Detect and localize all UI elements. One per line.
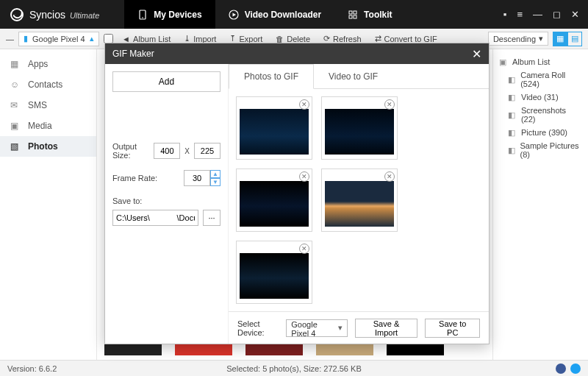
- close-icon[interactable]: ✕: [571, 9, 579, 20]
- label: Screenshots (22): [521, 106, 582, 124]
- brand-text: Syncios: [29, 9, 65, 21]
- height-input[interactable]: [194, 143, 220, 159]
- photo-card[interactable]: ✕: [236, 96, 312, 160]
- gif-maker-dialog: GIF Maker ✕ Add Output Size: X Frame Rat…: [104, 43, 490, 344]
- save-pc-button[interactable]: Save to PC: [425, 319, 480, 338]
- facebook-icon[interactable]: [556, 363, 566, 374]
- device-dropdown[interactable]: Google Pixel 4: [286, 319, 347, 337]
- selected-device: Google Pixel 4: [291, 320, 317, 338]
- sms-icon: ✉: [10, 100, 21, 110]
- top-tabs: My Devices Video Downloader Toolkit: [124, 0, 405, 29]
- selection-text: Selected: 5 photo(s), Size: 272.56 KB: [226, 364, 361, 373]
- add-button[interactable]: Add: [112, 71, 220, 92]
- device-selector[interactable]: ▮ Google Pixel 4 ▴: [18, 32, 99, 46]
- close-icon[interactable]: ✕: [472, 47, 481, 61]
- sidebar-item-apps[interactable]: ▦Apps: [0, 54, 96, 74]
- album-sample-pictures[interactable]: ◧Sample Pictures (8): [498, 139, 584, 161]
- subtabs: Photos to GIF Video to GIF: [229, 64, 489, 89]
- sidebar-item-photos[interactable]: ▧Photos: [0, 136, 96, 157]
- remove-icon[interactable]: ✕: [384, 99, 395, 110]
- label: Delete: [287, 35, 310, 43]
- label: Convert to GIF: [384, 35, 437, 43]
- remove-icon[interactable]: ✕: [299, 244, 309, 254]
- label: Album List: [133, 35, 171, 43]
- album-picture[interactable]: ◧Picture (390): [498, 126, 584, 139]
- phone-icon: ▮: [24, 34, 28, 43]
- social-links: [556, 363, 581, 374]
- frame-rate-row: Frame Rate: ▲ ▼: [112, 170, 220, 186]
- delete-button[interactable]: 🗑Delete: [271, 35, 315, 43]
- syncios-logo-icon: [10, 8, 24, 21]
- statusbar: Version: 6.6.2 Selected: 5 photo(s), Siz…: [0, 360, 588, 376]
- photo-thumb: [240, 109, 309, 155]
- tab-label: Toolkit: [364, 10, 392, 20]
- media-icon: ▣: [10, 121, 21, 131]
- feedback-icon[interactable]: ▪: [503, 9, 507, 20]
- photo-card[interactable]: ✕: [321, 96, 398, 160]
- frame-rate-input[interactable]: [184, 170, 210, 186]
- label: Video (31): [521, 93, 559, 102]
- tab-my-devices[interactable]: My Devices: [124, 0, 215, 29]
- tab-toolkit[interactable]: Toolkit: [334, 0, 405, 29]
- dialog-titlebar: GIF Maker ✕: [105, 43, 489, 64]
- remove-icon[interactable]: ✕: [299, 99, 309, 110]
- svg-rect-3: [349, 11, 352, 14]
- brand-edition: Ultimate: [70, 11, 99, 20]
- label: Picture (390): [521, 128, 567, 137]
- minimize-icon[interactable]: —: [533, 9, 542, 20]
- sidebar-item-contacts[interactable]: ☺Contacts: [0, 74, 96, 95]
- album-list-button[interactable]: ◄Album List: [118, 35, 175, 43]
- device-name: Google Pixel 4: [32, 35, 85, 43]
- camera-icon: ◧: [508, 75, 516, 84]
- label: Contacts: [28, 79, 62, 90]
- album-screenshots[interactable]: ◧Screenshots (22): [498, 104, 584, 126]
- view-toggle: ▦ ▤: [553, 32, 582, 46]
- dialog-footer: Select Device: Google Pixel 4 Save & Imp…: [229, 311, 489, 344]
- image-icon: ◧: [508, 146, 516, 155]
- window-controls: ▪ ≡ — ◻ ✕: [503, 9, 588, 20]
- photo-card[interactable]: ✕: [321, 169, 398, 232]
- tab-label: Video Downloader: [245, 10, 321, 20]
- maximize-icon[interactable]: ◻: [553, 9, 561, 20]
- phone-icon: [137, 10, 148, 20]
- image-icon: ◧: [508, 128, 517, 137]
- image-icon: ◧: [508, 110, 517, 119]
- save-import-button[interactable]: Save & Import: [355, 319, 418, 338]
- grid-view-button[interactable]: ▦: [553, 32, 567, 46]
- back-icon: ◄: [122, 35, 130, 43]
- save-path-input[interactable]: [112, 210, 198, 226]
- step-down-icon[interactable]: ▼: [210, 178, 220, 186]
- sort-dropdown[interactable]: Descending▾: [488, 32, 548, 46]
- apps-icon: ▦: [10, 59, 21, 69]
- svg-rect-4: [354, 11, 356, 14]
- album-video[interactable]: ◧Video (31): [498, 91, 584, 104]
- remove-icon[interactable]: ✕: [299, 171, 309, 182]
- label: Apps: [28, 59, 48, 69]
- album-camera-roll[interactable]: ◧Camera Roll (524): [498, 68, 584, 91]
- step-up-icon[interactable]: ▲: [210, 170, 220, 178]
- save-to-label: Save to:: [112, 196, 220, 205]
- remove-icon[interactable]: ✕: [384, 171, 395, 182]
- minus-icon[interactable]: —: [6, 35, 14, 43]
- subtab-photos-to-gif[interactable]: Photos to GIF: [229, 64, 314, 89]
- menu-icon[interactable]: ≡: [517, 9, 523, 20]
- label: Sample Pictures (8): [520, 141, 583, 159]
- label: Media: [28, 121, 52, 131]
- photo-card[interactable]: ✕: [236, 169, 312, 232]
- play-icon: [229, 10, 239, 20]
- dialog-sidebar: Add Output Size: X Frame Rate: ▲ ▼: [105, 64, 229, 344]
- sidebar-item-sms[interactable]: ✉SMS: [0, 95, 96, 116]
- brand-name: Syncios Ultimate: [29, 9, 99, 21]
- browse-button[interactable]: ···: [203, 210, 220, 226]
- list-view-button[interactable]: ▤: [567, 32, 582, 46]
- tab-video-downloader[interactable]: Video Downloader: [215, 0, 334, 29]
- sidebar-item-media[interactable]: ▣Media: [0, 116, 96, 136]
- album-list-root[interactable]: ▣Album List: [498, 55, 584, 68]
- dialog-title: GIF Maker: [112, 49, 154, 59]
- video-icon: ◧: [508, 93, 517, 102]
- twitter-icon[interactable]: [570, 363, 581, 374]
- width-input[interactable]: [154, 143, 180, 159]
- output-size-label: Output Size:: [112, 142, 149, 160]
- photo-card[interactable]: ✕: [236, 241, 312, 304]
- subtab-video-to-gif[interactable]: Video to GIF: [314, 64, 392, 88]
